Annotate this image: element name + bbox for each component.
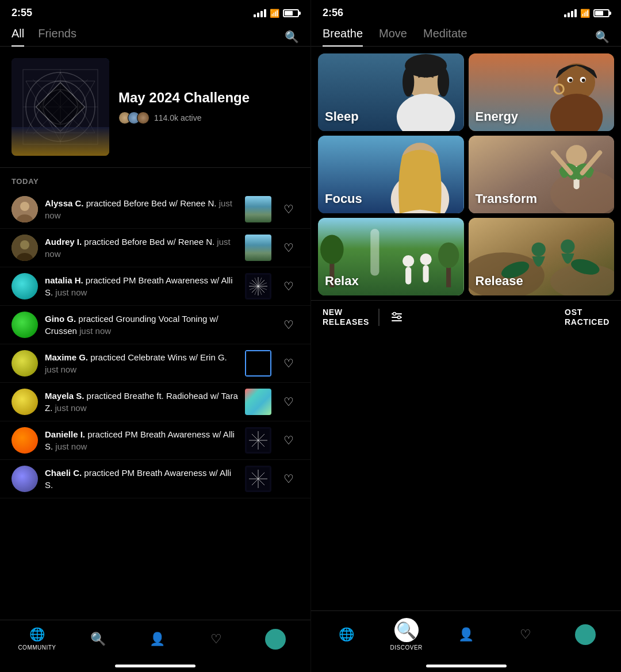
signal-icon <box>254 9 266 17</box>
avatar <box>12 466 38 492</box>
avatar <box>12 389 38 415</box>
category-focus[interactable]: Focus <box>318 136 464 213</box>
like-button[interactable]: ♡ <box>278 237 299 258</box>
challenge-banner[interactable]: May 2024 Challenge 114.0k active <box>0 47 310 168</box>
like-button[interactable]: ♡ <box>278 391 299 412</box>
svg-point-15 <box>20 202 29 211</box>
nav-favorites-right[interactable]: ♡ <box>508 627 543 642</box>
like-button[interactable]: ♡ <box>278 469 299 489</box>
nav-dot[interactable] <box>258 629 293 650</box>
svg-point-51 <box>581 79 585 82</box>
avatar <box>12 196 38 222</box>
nav-discover[interactable]: 🔍 DISCOVER <box>389 618 424 651</box>
left-status-icons: 📶 <box>254 9 299 18</box>
list-item[interactable]: Mayela S. practiced Breathe ft. Radiohea… <box>0 383 310 421</box>
nav-people[interactable]: 👤 <box>140 632 174 647</box>
category-relax-label: Relax <box>325 274 359 289</box>
nav-people-right[interactable]: 👤 <box>448 627 483 642</box>
avatar <box>137 112 150 124</box>
battery-icon <box>283 9 299 17</box>
search-icon[interactable]: 🔍 <box>285 30 299 44</box>
svg-point-44 <box>438 67 449 97</box>
list-item[interactable]: Chaeli C. practiced PM Breath Awareness … <box>0 460 310 498</box>
search-icon[interactable]: 🔍 <box>595 30 610 44</box>
discover-icon: 🔍 <box>394 618 419 642</box>
activity-text: natalia H. practiced PM Breath Awareness… <box>45 274 238 298</box>
like-button[interactable]: ♡ <box>278 430 299 451</box>
category-transform-label: Transform <box>476 191 538 206</box>
like-button[interactable]: ♡ <box>278 199 299 220</box>
bottom-nav-right: 🌐 🔍 DISCOVER 👤 ♡ <box>311 610 621 662</box>
activity-text: Mayela S. practiced Breathe ft. Radiohea… <box>45 390 238 414</box>
bottom-nav-left: 🌐 COMMUNITY 🔍 👤 ♡ <box>0 620 310 662</box>
activity-thumbnail <box>245 466 271 492</box>
nav-meditate[interactable]: Meditate <box>423 27 467 46</box>
list-item[interactable]: Danielle I. practiced PM Breath Awarenes… <box>0 421 310 460</box>
nav-friends[interactable]: Friends <box>38 27 76 46</box>
filter-separator <box>378 309 379 326</box>
right-time: 2:56 <box>323 7 343 19</box>
svg-point-58 <box>566 145 587 166</box>
right-nav: Breathe Move Meditate 🔍 <box>311 22 621 47</box>
activity-thumbnail <box>245 196 271 222</box>
time-text: just now <box>55 287 87 297</box>
like-button[interactable]: ♡ <box>278 353 299 374</box>
action-text: practiced Before Bed w/ Renee N. <box>84 237 214 247</box>
nav-all[interactable]: All <box>12 27 24 46</box>
like-button[interactable]: ♡ <box>278 314 299 335</box>
list-item[interactable]: natalia H. practiced PM Breath Awareness… <box>0 267 310 306</box>
list-item[interactable]: Alyssa C. practiced Before Bed w/ Renee … <box>0 190 310 229</box>
profile-dot[interactable] <box>265 629 286 650</box>
nav-community[interactable]: 🌐 COMMUNITY <box>18 627 56 651</box>
new-releases-filter[interactable]: NEWRELEASES <box>323 308 369 327</box>
username: Audrey I. <box>45 237 82 247</box>
heart-icon: ♡ <box>283 279 294 293</box>
participant-avatars <box>118 112 150 124</box>
profile-dot-right[interactable] <box>575 624 596 645</box>
heart-icon: ♡ <box>283 318 294 332</box>
category-focus-label: Focus <box>325 191 362 206</box>
people-icon: 👤 <box>150 632 165 647</box>
most-practiced-filter[interactable]: OSTRACTICED <box>565 308 610 327</box>
activity-text: Gino G. practiced Grounding Vocal Toning… <box>45 313 238 337</box>
nav-community-right[interactable]: 🌐 <box>329 627 364 642</box>
svg-rect-81 <box>392 320 402 321</box>
heart-nav-icon: ♡ <box>210 632 222 647</box>
right-status-icons: 📶 <box>564 9 610 18</box>
starburst-art <box>245 466 271 492</box>
heart-icon: ♡ <box>283 472 294 486</box>
activity-thumbnail <box>245 350 271 377</box>
nav-favorites[interactable]: ♡ <box>199 632 233 647</box>
category-sleep[interactable]: Sleep <box>318 53 464 131</box>
activity-thumbnail <box>245 273 271 299</box>
category-release[interactable]: Release <box>469 218 615 295</box>
home-indicator-left <box>0 662 310 672</box>
category-relax[interactable]: Relax <box>318 218 464 295</box>
list-item[interactable]: Audrey I. practiced Before Bed w/ Renee … <box>0 229 310 267</box>
category-energy[interactable]: Energy <box>469 53 615 131</box>
svg-rect-71 <box>423 265 429 282</box>
nav-move[interactable]: Move <box>379 27 407 46</box>
nav-search[interactable]: 🔍 <box>80 632 115 647</box>
filter-row: NEWRELEASES OSTRACTICED <box>311 300 621 334</box>
wifi-icon: 📶 <box>270 9 279 18</box>
list-item[interactable]: Gino G. practiced Grounding Vocal Toning… <box>0 306 310 344</box>
right-panel: 2:56 📶 Breathe Move Meditate 🔍 <box>310 0 621 672</box>
category-transform[interactable]: Transform <box>469 136 615 213</box>
filter-adjust-icon[interactable] <box>389 309 405 325</box>
svg-point-67 <box>438 243 459 268</box>
avatar <box>12 427 38 454</box>
starburst-art <box>245 427 271 454</box>
list-item[interactable]: Maxime G. practiced Celebrate Wins w/ Er… <box>0 344 310 383</box>
like-button[interactable]: ♡ <box>278 276 299 297</box>
today-label: TODAY <box>0 168 310 190</box>
nav-dot-right[interactable] <box>568 624 603 645</box>
svg-point-82 <box>393 312 396 315</box>
left-status-bar: 2:55 📶 <box>0 0 310 22</box>
username: Chaeli C. <box>45 468 82 478</box>
nav-breathe[interactable]: Breathe <box>323 27 363 46</box>
username: natalia H. <box>45 275 83 285</box>
category-grid: Sleep <box>311 47 621 300</box>
avatar <box>12 350 38 377</box>
heart-icon: ♡ <box>283 395 294 409</box>
